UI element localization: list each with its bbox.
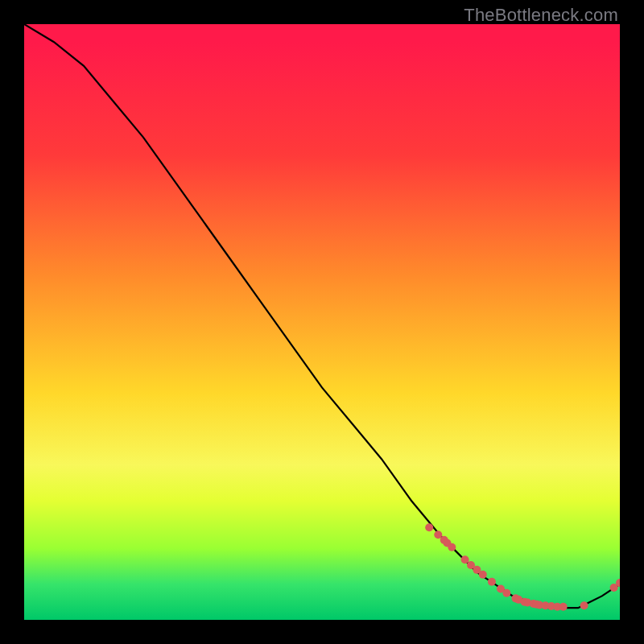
data-point — [425, 523, 433, 531]
data-point — [559, 603, 568, 611]
data-point — [448, 543, 456, 551]
bottleneck-curve — [24, 24, 620, 608]
data-point — [434, 530, 442, 539]
data-point — [488, 578, 496, 586]
chart-stage: TheBottleneck.com — [0, 0, 644, 644]
watermark-text: TheBottleneck.com — [464, 5, 618, 26]
plot-area — [24, 24, 620, 620]
curve-layer — [24, 24, 620, 620]
data-point — [461, 555, 469, 564]
data-point — [502, 589, 510, 597]
data-point — [580, 601, 588, 609]
data-point — [479, 571, 487, 579]
marker-group — [425, 523, 620, 610]
